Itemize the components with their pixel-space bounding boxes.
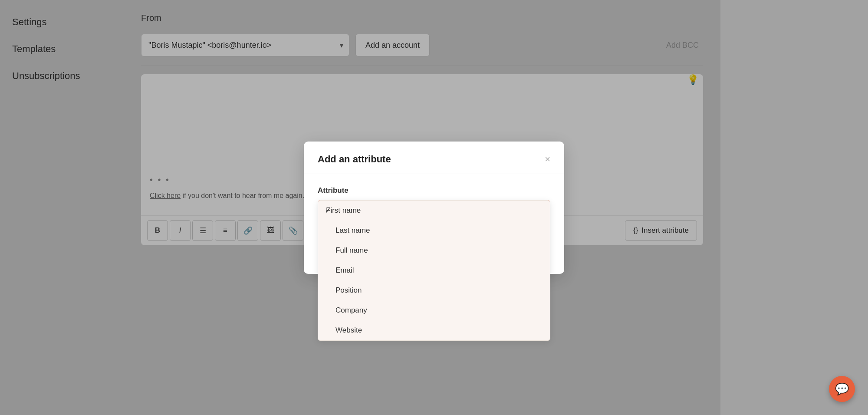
first-name-label: First name	[326, 206, 361, 214]
attribute-dropdown-container: First name ▾ First name Last name Full n…	[318, 200, 550, 221]
attribute-dropdown-list: First name Last name Full name Email Pos…	[318, 200, 550, 341]
full-name-label: Full name	[335, 246, 368, 254]
attribute-option-website[interactable]: Website	[318, 320, 550, 340]
last-name-label: Last name	[335, 226, 370, 234]
modal-add-attribute: Add an attribute × Attribute First name …	[304, 142, 564, 274]
modal-body: Attribute First name ▾ First name Last n…	[304, 174, 564, 231]
website-label: Website	[335, 326, 362, 334]
modal-header: Add an attribute ×	[304, 142, 564, 174]
attribute-option-full-name[interactable]: Full name	[318, 240, 550, 260]
attribute-option-company[interactable]: Company	[318, 300, 550, 320]
modal-close-button[interactable]: ×	[545, 155, 550, 164]
position-label: Position	[335, 286, 362, 294]
attribute-label: Attribute	[318, 186, 550, 195]
email-label: Email	[335, 266, 354, 274]
attribute-option-position[interactable]: Position	[318, 280, 550, 300]
chat-icon: 💬	[835, 382, 849, 396]
attribute-option-email[interactable]: Email	[318, 260, 550, 280]
attribute-option-first-name[interactable]: First name	[318, 201, 550, 221]
company-label: Company	[335, 306, 367, 314]
attribute-option-last-name[interactable]: Last name	[318, 221, 550, 240]
modal-overlay[interactable]: Add an attribute × Attribute First name …	[0, 0, 868, 415]
modal-title: Add an attribute	[318, 154, 391, 165]
chat-bubble[interactable]: 💬	[829, 376, 855, 402]
